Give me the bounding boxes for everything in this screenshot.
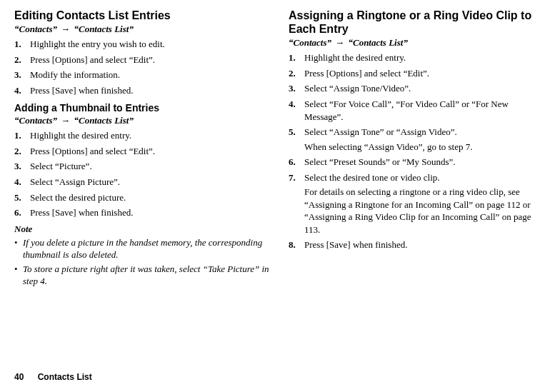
step-item: Modify the information. [14,69,271,81]
breadcrumb: “Contacts” → “Contacts List” [14,24,271,35]
step-item: Select the desired tone or video clip. F… [289,171,546,236]
crumb-contacts-list: “Contacts List” [348,37,407,48]
step-text: Press [Options] and select “Edit”. [304,68,429,79]
step-text: Select “Assign Tone” or “Assign Video”. [304,126,457,137]
step-item: Select “Picture”. [14,160,271,173]
arrow-icon: → [61,115,70,126]
step-text: Highlight the desired entry. [304,52,406,63]
step-item: Press [Options] and select “Edit”. [289,67,546,80]
crumb-contacts-list: “Contacts List” [74,24,133,34]
notes-list: If you delete a picture in the handset m… [14,236,271,288]
step-item: Select “Assign Tone” or “Assign Video”. … [289,126,546,153]
step-item: Press [Save] when finished. [14,206,271,219]
steps-list: Highlight the desired entry. Press [Opti… [289,51,546,251]
steps-list: Highlight the desired entry. Press [Opti… [14,129,271,218]
note-item: If you delete a picture in the handset m… [14,236,271,261]
step-item: Select “Assign Picture”. [14,176,271,189]
step-text: Select “Assign Tone/Video”. [304,83,411,94]
step-subtext: For details on selecting a ringtone or a… [304,186,546,236]
step-item: Highlight the desired entry. [14,129,271,142]
step-text: Press [Save] when finished. [304,239,407,250]
footer-section: Contacts List [38,372,92,382]
note-label: Note [14,223,271,235]
heading-editing-contacts: Editing Contacts List Entries [14,9,271,22]
page-number: 40 [14,372,24,382]
note-item: To store a picture right after it was ta… [14,263,271,288]
step-item: Select the desired picture. [14,191,271,204]
step-item: Highlight the entry you wish to edit. [14,38,271,51]
steps-list: Highlight the entry you wish to edit. Pr… [14,38,271,96]
step-item: Select “Assign Tone/Video”. [289,82,546,95]
crumb-contacts-list: “Contacts List” [74,115,133,126]
arrow-icon: → [61,24,70,35]
heading-adding-thumbnail: Adding a Thumbnail to Entries [14,102,271,114]
right-column: Assigning a Ringtone or a Ring Video Cli… [289,9,546,289]
step-text: Select the desired tone or video clip. [304,172,440,183]
page-footer: 40 Contacts List [14,372,92,382]
step-item: Select “For Voice Call”, “For Video Call… [289,98,546,123]
heading-assigning-ringtone: Assigning a Ringtone or a Ring Video Cli… [289,9,546,36]
step-item: Press [Save] when finished. [14,84,271,97]
step-text: Select “Preset Sounds” or “My Sounds”. [304,156,456,167]
step-subtext: When selecting “Assign Video”, go to ste… [304,141,546,154]
step-item: Press [Options] and select “Edit”. [14,54,271,66]
step-item: Select “Preset Sounds” or “My Sounds”. [289,156,546,169]
breadcrumb: “Contacts” → “Contacts List” [289,37,546,49]
breadcrumb: “Contacts” → “Contacts List” [14,115,271,126]
arrow-icon: → [335,37,344,49]
step-item: Press [Options] and select “Edit”. [14,145,271,158]
crumb-contacts: “Contacts” [14,115,57,126]
crumb-contacts: “Contacts” [289,37,331,48]
step-item: Highlight the desired entry. [289,51,546,64]
crumb-contacts: “Contacts” [14,24,57,34]
step-text: Select “For Voice Call”, “For Video Call… [304,99,509,122]
left-column: Editing Contacts List Entries “Contacts”… [14,9,271,289]
step-item: Press [Save] when finished. [289,238,546,251]
